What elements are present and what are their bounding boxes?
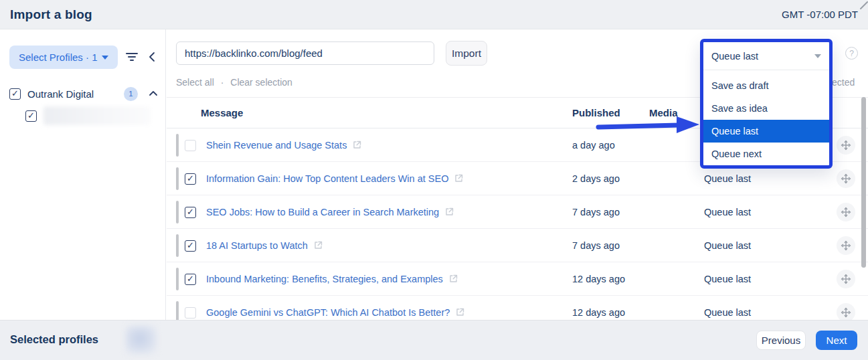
help-icon[interactable]: ? <box>845 47 858 60</box>
row-checkbox[interactable] <box>185 240 196 252</box>
move-icon <box>841 240 851 251</box>
external-link-icon <box>456 308 464 317</box>
post-title-link[interactable]: Information Gain: How Top Content Leader… <box>206 173 463 184</box>
move-handle[interactable] <box>837 270 855 288</box>
post-title-link[interactable]: SEO Jobs: How to Build a Career in Searc… <box>206 207 454 217</box>
move-handle[interactable] <box>837 136 855 155</box>
dialog-header: Import a blog GMT -07:00 PDT <box>0 0 868 29</box>
group-name: Outrank Digital <box>27 88 94 100</box>
row-checkbox[interactable] <box>185 307 196 319</box>
wizard-footer: Selected profiles Previous Next <box>0 320 868 360</box>
move-handle[interactable] <box>837 303 855 322</box>
row-checkbox[interactable] <box>185 207 196 218</box>
group-checkbox[interactable] <box>9 88 21 100</box>
queue-select[interactable]: Queue last <box>703 42 829 70</box>
chevron-down-icon <box>102 56 108 60</box>
chevron-left-icon <box>149 52 155 62</box>
close-icon[interactable] <box>857 0 868 11</box>
queue-option[interactable]: Queue last <box>703 120 829 143</box>
row-drag-bar[interactable] <box>176 201 179 223</box>
profile-group-row[interactable]: Outrank Digital 1 <box>9 85 159 102</box>
external-link-icon <box>445 207 454 216</box>
select-profiles-dropdown[interactable]: Select Profiles · 1 <box>9 46 118 69</box>
row-drag-bar[interactable] <box>176 268 179 290</box>
move-handle[interactable] <box>837 236 855 255</box>
row-drag-bar[interactable] <box>176 134 179 157</box>
queue-options-list: Save as draftSave as ideaQueue lastQueue… <box>703 70 829 165</box>
chevron-up-icon[interactable] <box>149 89 158 98</box>
filter-icon <box>126 52 138 62</box>
row-checkbox[interactable] <box>185 140 196 151</box>
published-date: 2 days ago <box>572 173 620 184</box>
external-link-icon <box>454 174 463 183</box>
row-action-select[interactable]: Queue last <box>704 173 751 184</box>
published-date: 7 days ago <box>572 207 620 217</box>
select-profiles-label: Select Profiles · 1 <box>19 52 98 63</box>
column-published: Published <box>572 107 620 118</box>
previous-button[interactable]: Previous <box>756 331 806 350</box>
published-date: 7 days ago <box>572 240 620 251</box>
group-count-badge: 1 <box>124 87 138 101</box>
row-action-select[interactable]: Queue last <box>704 207 751 217</box>
selected-profile-avatar <box>126 326 157 354</box>
column-media: Media <box>649 107 678 118</box>
post-title-link[interactable]: Shein Revenue and Usage Stats <box>206 140 361 151</box>
post-title-link[interactable]: Inbound Marketing: Benefits, Strategies,… <box>206 274 458 284</box>
profile-checkbox[interactable] <box>25 110 37 122</box>
vertical-scrollbar[interactable] <box>861 97 866 320</box>
clear-selection-link[interactable]: Clear selection <box>230 77 292 88</box>
scrollbar-thumb[interactable] <box>861 97 866 268</box>
row-action-select[interactable]: Queue last <box>704 274 751 284</box>
selection-controls: Select all · Clear selection <box>176 77 292 88</box>
import-blog-dialog: Import a blog GMT -07:00 PDT Select Prof… <box>0 0 868 360</box>
chevron-down-icon <box>814 54 821 58</box>
move-icon <box>841 307 851 318</box>
selected-profiles-label: Selected profiles <box>10 333 98 346</box>
move-icon <box>841 207 851 217</box>
row-drag-bar[interactable] <box>176 167 179 190</box>
profile-item-row[interactable] <box>25 106 157 126</box>
post-title-link[interactable]: 18 AI Startups to Watch <box>206 240 323 251</box>
published-date: a day ago <box>572 140 615 151</box>
select-all-link[interactable]: Select all <box>176 77 214 88</box>
table-row: Inbound Marketing: Benefits, Strategies,… <box>167 262 868 296</box>
row-checkbox[interactable] <box>185 274 196 285</box>
table-row: SEO Jobs: How to Build a Career in Searc… <box>167 195 868 229</box>
post-title-link[interactable]: Google Gemini vs ChatGPT: Which AI Chatb… <box>206 307 464 318</box>
row-checkbox[interactable] <box>185 173 196 185</box>
move-handle[interactable] <box>837 203 855 221</box>
move-icon <box>841 274 851 284</box>
row-action-select[interactable]: Queue last <box>704 240 751 251</box>
row-drag-bar[interactable] <box>176 234 179 257</box>
collapse-sidebar-button[interactable] <box>142 47 162 67</box>
profile-name-blurred <box>44 106 151 125</box>
column-message: Message <box>201 107 243 118</box>
next-button[interactable]: Next <box>816 331 857 350</box>
filter-button[interactable] <box>122 47 142 67</box>
row-action-select[interactable]: Queue last <box>704 307 751 318</box>
queue-option[interactable]: Save as draft <box>703 74 829 97</box>
feed-url-input[interactable] <box>176 41 434 65</box>
external-link-icon <box>353 141 361 149</box>
timezone-label: GMT -07:00 PDT <box>782 9 858 20</box>
separator-dot: · <box>221 77 224 88</box>
external-link-icon <box>449 274 458 283</box>
queue-select-value: Queue last <box>711 51 758 62</box>
published-date: 12 days ago <box>572 307 625 318</box>
published-date: 12 days ago <box>572 274 625 284</box>
queue-option[interactable]: Queue next <box>703 143 829 165</box>
queue-dropdown-annotation-box: Queue last Save as draftSave as ideaQueu… <box>700 39 833 169</box>
table-row: 18 AI Startups to Watch 7 days ago Queue… <box>167 229 868 262</box>
import-button[interactable]: Import <box>446 41 487 66</box>
page-title: Import a blog <box>10 7 92 22</box>
move-handle[interactable] <box>837 169 855 188</box>
external-link-icon <box>314 241 323 250</box>
profiles-sidebar: Select Profiles · 1 Outrank Digital 1 <box>0 29 166 320</box>
move-icon <box>841 140 851 151</box>
move-icon <box>841 173 851 184</box>
selected-count-fragment: ected <box>832 77 855 88</box>
queue-option[interactable]: Save as idea <box>703 97 829 120</box>
